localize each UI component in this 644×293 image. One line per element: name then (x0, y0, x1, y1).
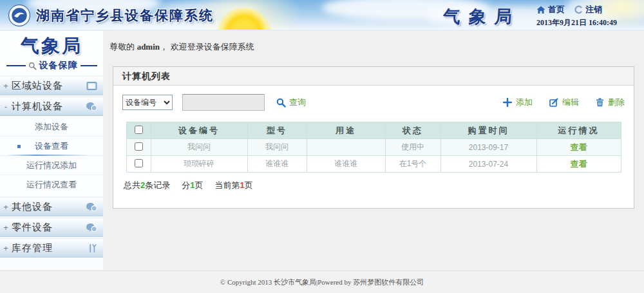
home-icon (536, 6, 545, 14)
computer-list-panel: 计算机列表 设备编号 查询 (113, 66, 634, 209)
column-header-model: 型号 (247, 122, 307, 139)
select-all-checkbox[interactable] (135, 126, 143, 134)
home-link-label: 首页 (548, 4, 565, 15)
cell-model: 我问问 (247, 139, 307, 156)
chat-bubbles-icon (86, 223, 97, 232)
cell-status: 在1号个 (385, 156, 440, 173)
pagination-summary: 总共2条记录分1页当前第1页 (113, 173, 634, 191)
welcome-message: 尊敬的 admin， 欢迎登录设备保障系统 (103, 31, 644, 53)
sidebar-item-label: 计算机设备 (12, 100, 63, 113)
header-nav: 首页 注销 2013年9月21日 16:40:49 (536, 4, 636, 28)
home-link[interactable]: 首页 (536, 4, 565, 15)
cell-device-no: 琐琐碎碎 (151, 156, 247, 173)
magnifier-gray-icon (28, 62, 37, 70)
total-suffix: 条记录 (145, 180, 170, 190)
sidebar-item-label: 库存管理 (12, 242, 53, 254)
sidebar-item-view-run-status[interactable]: 运行情况查看 (0, 175, 103, 194)
expand-plus-indicator: + (0, 243, 12, 253)
sidebar-item-label: 零件设备 (12, 222, 53, 234)
row-checkbox[interactable] (135, 142, 143, 151)
sidebar-item-add-run-status[interactable]: 运行情况添加 (0, 156, 103, 175)
page: 湖南省宁乡县设备保障系统 气象局 首页 注销 2013年9月21日 16:40:… (0, 0, 644, 293)
current-suffix: 页 (245, 180, 253, 190)
sidebar: 气象局 设备保障 + 区域站设备 - 计算机设备 (0, 31, 103, 270)
view-run-status-link[interactable]: 查看 (571, 142, 587, 152)
plus-icon (503, 98, 512, 107)
chat-bubbles-icon (86, 202, 97, 212)
sidebar-item-add-device[interactable]: 添加设备 (0, 117, 103, 137)
sidebar-logo-title: 气象局 (0, 33, 103, 59)
expand-plus-indicator: + (0, 81, 12, 91)
page-footer: © Copyright 2013 长沙市气象局|Powered by 苏州梦图软… (0, 270, 644, 293)
sidebar-item-parts-device[interactable]: + 零件设备 (0, 218, 103, 237)
sidebar-item-label: 区域站设备 (12, 80, 63, 92)
system-title: 湖南省宁乡县设备保障系统 (36, 6, 214, 24)
row-checkbox[interactable] (135, 159, 143, 167)
select-all-cell (126, 122, 151, 139)
cell-purchase-date: 2013-09-17 (440, 139, 536, 156)
agency-logo-badge (8, 4, 31, 27)
current-prefix: 当前第 (214, 180, 240, 190)
sidebar-item-computer[interactable]: - 计算机设备 (0, 97, 103, 116)
add-button[interactable]: 添加 (503, 97, 533, 108)
top-header: 湖南省宁乡县设备保障系统 气象局 首页 注销 2013年9月21日 16:40:… (0, 0, 644, 31)
logout-link[interactable]: 注销 (574, 4, 602, 15)
trash-icon (596, 98, 604, 107)
welcome-username: admin (137, 42, 160, 52)
toolbar-actions: 添加 编辑 删除 (503, 97, 625, 108)
computer-submenu: 添加设备 设备查看 运行情况添加 运行情况查看 (0, 116, 103, 196)
active-item-bullet (17, 145, 21, 148)
table-header-row: 设备编号 型号 用途 状态 购置时间 运行情况 (126, 122, 621, 139)
pages-prefix: 分 (182, 180, 190, 190)
content-area: 气象局 设备保障 + 区域站设备 - 计算机设备 (0, 31, 644, 270)
column-header-run-status: 运行情况 (536, 122, 621, 139)
current-page-number: 1 (240, 180, 244, 190)
sidebar-item-label: 其他设备 (12, 201, 53, 213)
expand-plus-indicator: + (0, 223, 12, 232)
sidebar-item-label: 设备查看 (35, 141, 68, 151)
cell-model: 谁谁谁 (247, 156, 307, 173)
welcome-prefix: 尊敬的 (109, 42, 137, 52)
pages-suffix: 页 (194, 180, 203, 190)
query-button[interactable]: 查询 (276, 97, 306, 108)
delete-button-label: 删除 (608, 97, 625, 108)
logout-icon (574, 5, 583, 14)
sidebar-logo-subtitle: 设备保障 (39, 60, 78, 71)
monitor-icon (86, 81, 97, 91)
sidebar-item-view-device[interactable]: 设备查看 (0, 137, 103, 156)
expand-plus-indicator: + (0, 202, 12, 212)
edit-button[interactable]: 编辑 (549, 97, 579, 108)
magnifier-blue-icon (276, 98, 286, 108)
add-button-label: 添加 (516, 97, 533, 108)
header-datetime: 2013年9月21日 16:40:49 (536, 17, 636, 28)
toolbar: 设备编号 查询 添加 (113, 86, 634, 111)
view-run-status-link[interactable]: 查看 (571, 159, 587, 169)
table-row: 琐琐碎碎 谁谁谁 谁谁谁 在1号个 2013-07-24 查看 (126, 156, 621, 173)
search-filter-select[interactable]: 设备编号 (122, 95, 173, 110)
main-area: 尊敬的 admin， 欢迎登录设备保障系统 计算机列表 设备编号 查询 (103, 31, 644, 270)
collapse-minus-indicator: - (0, 102, 12, 111)
cell-purchase-date: 2013-07-24 (440, 156, 536, 173)
column-header-usage: 用途 (307, 122, 385, 139)
sidebar-logo: 气象局 设备保障 (0, 31, 103, 75)
sidebar-item-region-station[interactable]: + 区域站设备 (0, 76, 103, 95)
cell-usage (307, 139, 385, 156)
column-header-status: 状态 (385, 122, 440, 139)
column-header-device-no: 设备编号 (151, 122, 247, 139)
search-input[interactable] (182, 94, 265, 111)
total-prefix: 总共 (124, 180, 140, 190)
sidebar-item-inventory[interactable]: + 库存管理 (0, 238, 103, 258)
bureau-title: 气象局 (442, 5, 522, 28)
column-header-purchase-date: 购置时间 (440, 122, 536, 139)
table-row: 我问问 我问问 使用中 2013-09-17 查看 (126, 139, 621, 156)
edit-button-label: 编辑 (562, 97, 579, 108)
query-button-label: 查询 (289, 97, 306, 108)
logo-rule-right (80, 65, 97, 66)
device-table: 设备编号 型号 用途 状态 购置时间 运行情况 我问问 我问问 (126, 122, 621, 173)
sidebar-item-other-device[interactable]: + 其他设备 (0, 197, 103, 216)
chat-bubbles-icon (86, 102, 97, 111)
logout-link-label: 注销 (585, 4, 602, 15)
delete-button[interactable]: 删除 (596, 97, 625, 108)
pencil-square-icon (549, 98, 558, 107)
tools-icon (88, 243, 97, 253)
